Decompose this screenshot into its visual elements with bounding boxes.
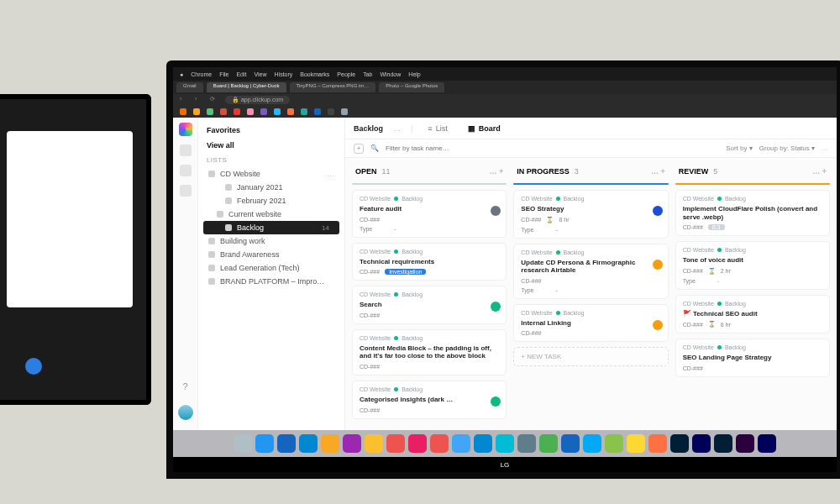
menu-history[interactable]: History <box>275 71 293 77</box>
dock-app-icon[interactable] <box>627 434 645 453</box>
sidebar-item[interactable]: January 2021 <box>198 181 344 194</box>
dock-app-icon[interactable] <box>517 434 536 453</box>
column-more-icon[interactable]: … + <box>490 167 504 176</box>
dock-app-icon[interactable] <box>714 434 732 453</box>
dock-app-icon[interactable] <box>386 434 405 453</box>
dock-app-icon[interactable] <box>496 434 514 453</box>
breadcrumb[interactable]: Backlog <box>354 124 383 133</box>
dock-app-icon[interactable] <box>605 434 623 453</box>
menu-view[interactable]: View <box>254 71 266 77</box>
bookmark-item[interactable] <box>287 108 294 115</box>
sidebar-favorites[interactable]: Favorites <box>198 123 344 138</box>
task-card[interactable]: CD Website BacklogSEO Landing Page Strat… <box>675 339 830 377</box>
column-header[interactable]: REVIEW 5… + <box>675 165 830 178</box>
assignee-avatar[interactable] <box>491 302 501 312</box>
dock-app-icon[interactable] <box>736 434 754 453</box>
browser-tab[interactable]: Gmail <box>176 82 203 92</box>
sidebar-item[interactable]: Current website <box>198 207 344 221</box>
dock-app-icon[interactable] <box>343 434 361 453</box>
task-card[interactable]: CD Website BacklogImplement CloudFlare P… <box>675 190 830 236</box>
user-avatar[interactable] <box>178 405 193 420</box>
sidebar-item[interactable]: Backlog14 <box>203 221 339 234</box>
menu-window[interactable]: Window <box>380 71 401 77</box>
dock-app-icon[interactable] <box>452 434 470 453</box>
clickup-logo-icon[interactable] <box>179 123 192 136</box>
reload-icon[interactable]: ⟳ <box>210 96 218 104</box>
help-icon[interactable]: ? <box>182 381 187 391</box>
bookmark-item[interactable] <box>328 108 334 115</box>
assignee-avatar[interactable] <box>653 320 663 330</box>
assignee-avatar[interactable] <box>491 206 501 216</box>
browser-tab[interactable]: TinyPNG – Compress PNG im… <box>290 82 376 92</box>
rail-goals-icon[interactable] <box>180 185 192 197</box>
bookmark-item[interactable] <box>180 108 186 115</box>
task-card[interactable]: CD Website BacklogSEO StrategyCD-### ⌛8 … <box>513 190 668 239</box>
bookmark-item[interactable] <box>314 108 321 115</box>
filter-more-icon[interactable]: … <box>822 144 828 152</box>
view-board[interactable]: ▦ Board <box>463 123 506 134</box>
task-card[interactable]: CD Website BacklogFeature auditCD-###Typ… <box>352 190 507 238</box>
sidebar-item[interactable]: BRAND PLATFORM – Impro… <box>198 275 344 288</box>
new-task-button[interactable]: + NEW TASK <box>513 347 668 366</box>
back-icon[interactable]: ‹ <box>180 96 188 104</box>
menu-tab[interactable]: Tab <box>363 71 372 77</box>
column-header[interactable]: OPEN 11… + <box>352 165 507 178</box>
breadcrumb-more-icon[interactable]: … <box>393 124 401 133</box>
sidebar-item[interactable]: Building work <box>198 234 344 248</box>
menu-file[interactable]: File <box>219 71 228 77</box>
task-card[interactable]: CD Website BacklogInternal LinkingCD-### <box>513 304 668 343</box>
bookmark-item[interactable] <box>247 108 254 115</box>
assignee-avatar[interactable] <box>491 396 501 407</box>
column-more-icon[interactable]: … + <box>651 167 665 176</box>
bookmark-item[interactable] <box>341 108 348 115</box>
dock-app-icon[interactable] <box>758 434 776 453</box>
sidebar-item[interactable]: February 2021 <box>198 194 344 207</box>
assignee-avatar[interactable] <box>653 260 663 270</box>
dock-app-icon[interactable] <box>474 434 492 453</box>
bookmark-item[interactable] <box>234 108 240 115</box>
dock-app-icon[interactable] <box>561 434 580 453</box>
dock-app-icon[interactable] <box>430 434 449 453</box>
browser-tab[interactable]: Photo – Google Photos <box>379 82 444 92</box>
bookmark-item[interactable] <box>260 108 267 115</box>
apple-icon[interactable]: ● <box>180 71 183 77</box>
bookmark-item[interactable] <box>193 108 200 115</box>
sidebar-space[interactable]: CD Website … <box>198 167 344 181</box>
dock-app-icon[interactable] <box>365 434 383 453</box>
dock-app-icon[interactable] <box>648 434 667 453</box>
dock-app-icon[interactable] <box>234 434 252 453</box>
menu-edit[interactable]: Edit <box>236 71 246 77</box>
rail-notifications-icon[interactable] <box>180 165 192 176</box>
sidebar-view-all[interactable]: View all <box>198 138 344 153</box>
bookmark-item[interactable] <box>207 108 213 115</box>
task-card[interactable]: CD Website BacklogCategorised insights (… <box>352 381 507 419</box>
dock-app-icon[interactable] <box>408 434 427 453</box>
dock-app-icon[interactable] <box>692 434 711 453</box>
menubar-app[interactable]: Chrome <box>191 71 212 77</box>
filter-input[interactable] <box>386 144 486 152</box>
assignee-avatar[interactable] <box>653 206 663 216</box>
bookmark-item[interactable] <box>301 108 307 115</box>
bookmark-item[interactable] <box>274 108 281 115</box>
menu-bookmarks[interactable]: Bookmarks <box>300 71 329 77</box>
search-icon[interactable]: 🔍 <box>370 144 379 152</box>
rail-home-icon[interactable] <box>180 144 192 156</box>
sort-by[interactable]: Sort by ▾ <box>726 144 753 152</box>
column-more-icon[interactable]: … + <box>812 167 827 176</box>
task-card[interactable]: CD Website BacklogTone of voice auditCD-… <box>675 241 830 290</box>
dock-app-icon[interactable] <box>670 434 689 453</box>
task-card[interactable]: CD Website BacklogContent Media Block – … <box>352 329 507 375</box>
dock-app-icon[interactable] <box>255 434 274 453</box>
dock-app-icon[interactable] <box>321 434 339 453</box>
forward-icon[interactable]: › <box>195 96 203 104</box>
task-card[interactable]: CD Website Backlog🚩 Technical SEO auditC… <box>675 295 830 334</box>
menu-people[interactable]: People <box>337 71 355 77</box>
task-card[interactable]: CD Website BacklogTechnical requirements… <box>352 243 507 281</box>
bookmark-item[interactable] <box>220 108 227 115</box>
menu-help[interactable]: Help <box>408 71 420 77</box>
dock-app-icon[interactable] <box>277 434 296 453</box>
address-bar[interactable]: 🔒 app.clickup.com <box>225 96 290 104</box>
group-by[interactable]: Group by: Status ▾ <box>759 144 815 152</box>
sidebar-item[interactable]: Brand Awareness <box>198 248 344 261</box>
task-card[interactable]: CD Website BacklogSearchCD-### <box>352 286 507 324</box>
